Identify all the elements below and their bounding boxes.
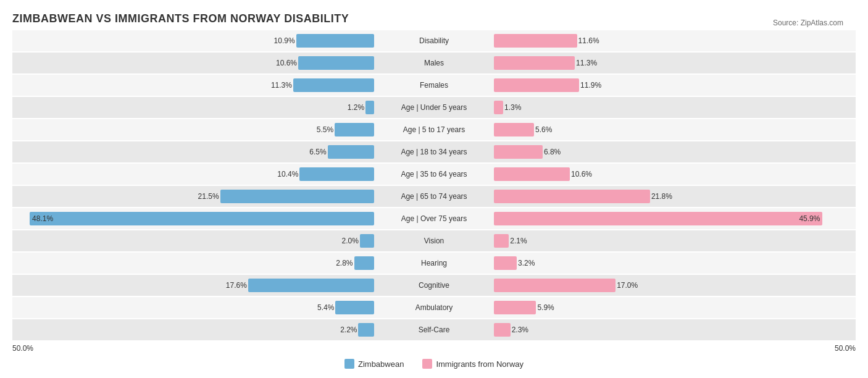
bar-right-section: 2.1% <box>491 230 856 251</box>
table-row: 2.0%Vision2.1% <box>12 230 856 251</box>
bar-left-section: 10.4% <box>12 164 377 185</box>
bar-center-label: Age | 5 to 17 years <box>377 125 491 134</box>
bar-left-section: 2.2% <box>12 319 377 340</box>
bar-pink: 1.3% <box>494 101 503 114</box>
bar-value-left: 10.6% <box>272 59 297 67</box>
table-row: 10.9%Disability11.6% <box>12 30 856 51</box>
bar-value-right: 11.6% <box>578 36 603 45</box>
bar-pink: 5.6% <box>494 123 534 136</box>
bar-value-right: 2.1% <box>510 237 535 245</box>
bar-value-right: 17.0% <box>617 281 641 290</box>
rows-container: 10.9%Disability11.6%10.6%Males11.3%11.3%… <box>12 30 856 340</box>
bar-value-left: 17.6% <box>222 281 247 290</box>
bar-right-section: 45.9% <box>491 208 856 229</box>
bar-value-left: 6.5% <box>302 148 327 156</box>
legend-color-pink <box>422 359 432 369</box>
legend-item-norway: Immigrants from Norway <box>422 359 524 369</box>
table-row: 2.8%Hearing3.2% <box>12 253 856 274</box>
bar-center-label: Disability <box>377 36 491 45</box>
bar-right-section: 2.3% <box>491 319 856 340</box>
bar-left-section: 6.5% <box>12 141 377 162</box>
bar-value-left: 5.4% <box>309 303 334 312</box>
bar-left-section: 48.1% <box>12 208 377 229</box>
table-row: 21.5%Age | 65 to 74 years21.8% <box>12 186 856 207</box>
bar-blue: 2.0% <box>360 234 374 248</box>
bar-value-left: 10.9% <box>270 36 295 45</box>
legend-color-blue <box>344 359 354 369</box>
table-row: 17.6%Cognitive17.0% <box>12 275 856 296</box>
bar-value-left: 2.0% <box>334 237 359 245</box>
bar-center-label: Age | Under 5 years <box>377 103 491 112</box>
source-label: Source: ZipAtlas.com <box>773 19 843 27</box>
bar-value-right: 2.3% <box>512 326 536 334</box>
bar-value-right: 1.3% <box>504 103 529 112</box>
axis-left-label: 50.0% <box>12 344 33 353</box>
bar-pink: 17.0% <box>494 279 616 292</box>
table-row: 5.4%Ambulatory5.9% <box>12 297 856 318</box>
bar-blue: 17.6% <box>248 279 374 292</box>
bar-blue: 5.5% <box>335 123 374 136</box>
table-row: 48.1%Age | Over 75 years45.9% <box>12 208 856 229</box>
bar-center-label: Age | 35 to 64 years <box>377 170 491 178</box>
bar-value-left: 5.5% <box>309 125 333 134</box>
bar-center-label: Age | 65 to 74 years <box>377 192 491 201</box>
bar-right-section: 5.9% <box>491 297 856 318</box>
bar-pink: 3.2% <box>494 256 517 270</box>
bar-left-section: 17.6% <box>12 275 377 296</box>
bar-value-right: 6.8% <box>544 148 569 156</box>
bar-blue: 5.4% <box>335 301 374 314</box>
bar-blue: 10.4% <box>299 167 374 181</box>
bar-blue: 6.5% <box>328 145 374 159</box>
bar-value-left: 21.5% <box>194 192 219 201</box>
bar-right-section: 11.3% <box>491 52 856 74</box>
bar-center-label: Hearing <box>377 259 491 267</box>
bar-right-section: 10.6% <box>491 164 856 185</box>
legend-label-zimbabwean: Zimbabwean <box>358 359 404 369</box>
table-row: 11.3%Females11.9% <box>12 75 856 96</box>
legend-row: Zimbabwean Immigrants from Norway <box>12 359 856 369</box>
bar-value-right: 21.8% <box>651 192 676 201</box>
bar-value-left: 10.4% <box>273 170 298 178</box>
bar-blue: 11.3% <box>293 78 374 92</box>
axis-labels: 50.0% 50.0% <box>12 344 856 353</box>
bar-center-label: Age | Over 75 years <box>377 214 491 223</box>
bar-blue: 1.2% <box>365 101 374 114</box>
bar-value-left: 2.2% <box>332 326 357 334</box>
table-row: 6.5%Age | 18 to 34 years6.8% <box>12 141 856 162</box>
bar-blue: 21.5% <box>220 190 374 203</box>
table-row: 10.4%Age | 35 to 64 years10.6% <box>12 164 856 185</box>
legend-item-zimbabwean: Zimbabwean <box>344 359 404 369</box>
bar-right-section: 17.0% <box>491 275 856 296</box>
bar-left-section: 5.4% <box>12 297 377 318</box>
bar-left-section: 10.9% <box>12 30 377 51</box>
bar-right-section: 1.3% <box>491 97 856 118</box>
bar-pink: 2.3% <box>494 323 511 337</box>
bar-right-section: 11.6% <box>491 30 856 51</box>
bar-pink: 45.9% <box>494 212 822 225</box>
bar-center-label: Vision <box>377 237 491 245</box>
bar-value-right: 5.9% <box>537 303 562 312</box>
bar-pink: 2.1% <box>494 234 509 248</box>
bar-value-right: 11.9% <box>580 81 605 90</box>
bar-center-label: Males <box>377 59 491 67</box>
table-row: 5.5%Age | 5 to 17 years5.6% <box>12 119 856 140</box>
header-row: ZIMBABWEAN VS IMMIGRANTS FROM NORWAY DIS… <box>12 12 856 25</box>
bar-pink: 11.3% <box>494 56 575 70</box>
bar-center-label: Age | 18 to 34 years <box>377 148 491 156</box>
bar-pink: 11.9% <box>494 78 579 92</box>
bar-value-right: 5.6% <box>535 125 560 134</box>
table-row: 10.6%Males11.3% <box>12 52 856 74</box>
table-row: 1.2%Age | Under 5 years1.3% <box>12 97 856 118</box>
bar-left-section: 1.2% <box>12 97 377 118</box>
bar-value-right: 10.6% <box>571 170 596 178</box>
bar-left-section: 10.6% <box>12 52 377 74</box>
bar-center-label: Self-Care <box>377 326 491 334</box>
bar-left-section: 2.8% <box>12 253 377 274</box>
bar-left-section: 2.0% <box>12 230 377 251</box>
bar-blue: 10.9% <box>296 34 374 48</box>
bar-pink: 10.6% <box>494 167 570 181</box>
bar-left-section: 21.5% <box>12 186 377 207</box>
chart-title: ZIMBABWEAN VS IMMIGRANTS FROM NORWAY DIS… <box>12 12 856 25</box>
bar-center-label: Ambulatory <box>377 303 491 312</box>
bar-pink: 21.8% <box>494 190 650 203</box>
